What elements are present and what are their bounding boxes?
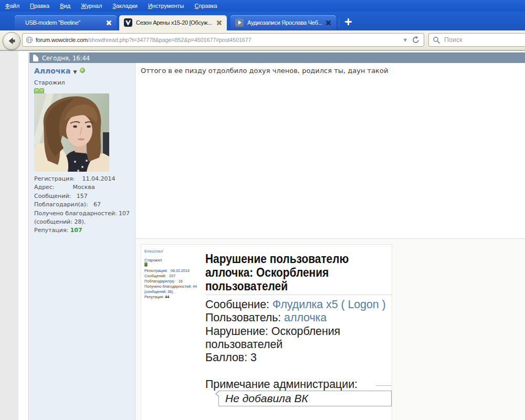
stat-reputation: Репутация: 107	[34, 226, 131, 235]
post-message: Оттого в ее пизду отдолбило дохуя членов…	[141, 67, 388, 75]
screenshot-user-title: Старожил	[144, 258, 205, 262]
tab-audio[interactable]: Аудиозаписи Ярослава Чеб...	[230, 15, 336, 30]
field-points: Баллов: 3	[205, 351, 392, 364]
screenshot-stat: Получено благодарностей: 44 (сообщений: …	[144, 284, 205, 295]
online-status-icon	[80, 68, 85, 73]
screenshot-badge	[144, 262, 148, 267]
signature-area: Блесспал° Старожил Регистрация: 06.02.20…	[135, 239, 525, 420]
post-author-sidebar: Аллочка▼ Старожил	[29, 63, 135, 420]
menu-bar: ФайлПравкаВидЖурналЗакладкиИнструментыСп…	[0, 0, 525, 12]
menu-view[interactable]: Вид	[55, 0, 76, 12]
tab-title: USB-modem "Beeline"	[25, 19, 80, 26]
tab-forum-active[interactable]: Сезон Арены x15-20 [Обсуж...	[119, 15, 227, 30]
tab-title: Сезон Арены x15-20 [Обсуж...	[136, 19, 212, 26]
field-user: Пользователь: аллочка	[205, 311, 392, 324]
heading-divider	[205, 295, 392, 295]
globe-icon	[26, 36, 33, 44]
tab-title: Аудиозаписи Ярослава Чеб...	[247, 19, 322, 26]
search-icon	[433, 36, 440, 44]
admin-note-label: Примечание администрации:	[205, 378, 392, 391]
screenshot-online-mark: °	[163, 248, 164, 251]
address-bar[interactable]: forum.wowcircle.com/showthread.php?t=347…	[22, 33, 424, 47]
admin-note-quote: Не добавила ВК	[218, 391, 392, 406]
post-header-bar: Сегодня, 16:44	[29, 52, 525, 64]
stat-messages: Сообщений: 157	[34, 192, 131, 201]
stat-registration: Регистрация: 11.04.2014	[34, 175, 131, 183]
play-favicon-icon	[235, 18, 244, 27]
author-stats: Регистрация: 11.04.2014 Адрес: Москва Со…	[34, 175, 131, 235]
signature-screenshot-image[interactable]: Блесспал° Старожил Регистрация: 06.02.20…	[141, 244, 392, 420]
plus-icon	[345, 18, 352, 25]
screenshot-stat: Регистрация: 06.02.2014	[144, 268, 205, 274]
search-bar[interactable]	[428, 33, 525, 47]
screenshot-stat: Сообщений: 207	[144, 274, 205, 279]
stat-address: Адрес: Москва	[34, 183, 131, 192]
menu-help[interactable]: Справка	[190, 0, 223, 12]
page-margin	[0, 51, 18, 420]
admin-note-text: Не добавила ВК	[225, 392, 308, 405]
menu-tools[interactable]: Инструменты	[143, 0, 190, 12]
screenshot-stat: Поблагодарил(а): 16	[144, 279, 205, 284]
author-username-link[interactable]: Аллочка	[34, 67, 71, 75]
tab-separator	[338, 18, 339, 27]
stat-received-thanks: Получено благодарностей: 107 (сообщений:…	[34, 209, 131, 227]
menu-bookmarks[interactable]: Закладки	[107, 0, 143, 12]
post-message-cell: Оттого в ее пизду отдолбило дохуя членов…	[135, 63, 525, 238]
tab-close-icon[interactable]	[326, 20, 331, 25]
menu-edit[interactable]: Правка	[25, 0, 55, 12]
table-border	[28, 52, 29, 420]
tab-usb-modem[interactable]: USB-modem "Beeline"	[15, 15, 117, 30]
tab-close-icon[interactable]	[107, 20, 111, 25]
screenshot-author-sidebar: Блесспал° Старожил Регистрация: 06.02.20…	[144, 247, 205, 300]
back-button[interactable]	[3, 32, 20, 50]
quote-notch-icon	[215, 391, 219, 397]
user-menu-arrow-icon[interactable]: ▼	[74, 69, 77, 75]
screenshot-main: Нарушение пользователю аллочка: Оскорбле…	[205, 252, 392, 391]
search-input[interactable]	[443, 36, 508, 44]
screenshot-stat-reputation: Репутация: 44	[144, 295, 205, 300]
field-violation: Нарушение: Оскорбления пользователей	[205, 325, 392, 352]
browser-window: ФайлПравкаВидЖурналЗакладкиИнструментыСп…	[0, 0, 525, 420]
author-avatar	[34, 93, 109, 172]
stat-thanked: Поблагодарил(а): 67	[34, 201, 131, 209]
wowcircle-favicon-icon	[124, 18, 132, 27]
violation-heading: Нарушение пользователю аллочка: Оскорбле…	[205, 252, 357, 293]
url-text: forum.wowcircle.com/showthread.php?t=347…	[36, 37, 251, 43]
menu-file[interactable]: Файл	[0, 0, 25, 12]
field-message: Сообщение: Флудилка x5 ( Logon )	[205, 298, 392, 311]
tab-close-icon[interactable]	[217, 20, 222, 25]
post-icon	[33, 55, 38, 61]
navigation-toolbar: forum.wowcircle.com/showthread.php?t=347…	[0, 30, 525, 51]
reload-icon[interactable]	[412, 36, 420, 44]
post-timestamp: Сегодня, 16:44	[42, 55, 90, 62]
urlbar-dropdown-icon[interactable]: ▼	[404, 38, 407, 43]
quote-top-line	[376, 385, 392, 386]
forum-page: Сегодня, 16:44 Аллочка▼ Старожил	[0, 51, 525, 420]
tab-strip: USB-modem "Beeline" Сезон Арены x15-20 […	[0, 12, 525, 30]
author-title: Старожил	[34, 79, 65, 86]
new-tab-button[interactable]	[342, 17, 355, 27]
menu-history[interactable]: Журнал	[76, 0, 107, 12]
screenshot-username: Блесспал	[144, 249, 163, 254]
back-arrow-icon	[6, 35, 17, 47]
